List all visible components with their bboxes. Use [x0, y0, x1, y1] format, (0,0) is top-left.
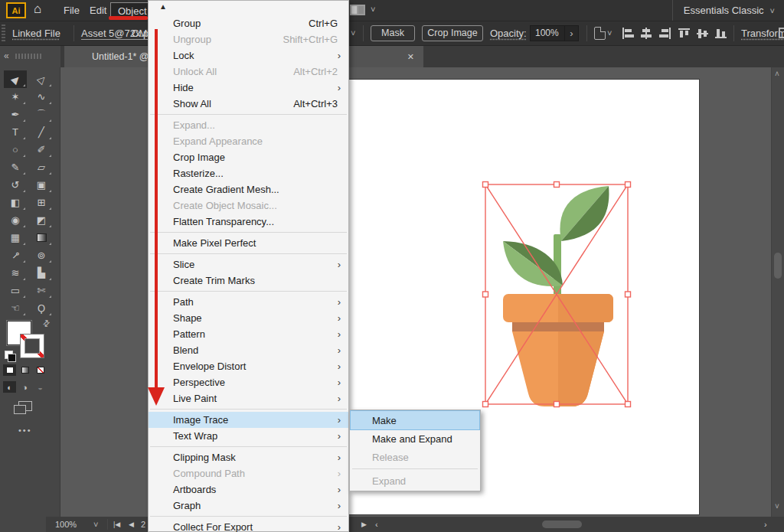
artboard-tool[interactable]: ▭	[4, 282, 27, 299]
scale-tool[interactable]: ▣	[30, 176, 53, 194]
vertical-scrollbar[interactable]: ˄ ˅	[771, 67, 784, 517]
menu-item-crop-image[interactable]: Crop Image	[149, 149, 348, 165]
zoom-level[interactable]: 100%	[55, 517, 77, 532]
horizontal-scrollbar-thumb[interactable]	[542, 521, 582, 528]
opacity-field[interactable]: 100%	[530, 25, 565, 41]
more-tools-icon[interactable]: •••	[18, 426, 32, 435]
selection-tool[interactable]: ▶	[4, 70, 27, 88]
arrange-chevron-icon[interactable]: ˅	[371, 5, 375, 14]
menu-item-graph[interactable]: Graph›	[149, 498, 348, 514]
menu-item-image-trace[interactable]: Image Trace›	[149, 412, 348, 428]
gradient-button[interactable]	[18, 364, 31, 376]
scroll-down-icon[interactable]: ˅	[775, 502, 779, 511]
zoom-tool[interactable]: Ϙ	[30, 299, 53, 317]
menu-item-artboards[interactable]: Artboards›	[149, 481, 348, 498]
color-button[interactable]	[3, 364, 16, 376]
home-icon[interactable]: ⌂	[34, 2, 41, 17]
draw-mode-0[interactable]: ◐	[3, 381, 16, 393]
menu-item-lock[interactable]: Lock›	[149, 47, 348, 64]
linked-file-label[interactable]: Linked File	[12, 21, 60, 45]
gradient-tool[interactable]	[30, 229, 53, 246]
eyedropper-tool[interactable]: ⊸	[4, 246, 27, 264]
menu-item-make[interactable]: Make	[351, 411, 479, 429]
type-tool[interactable]: T	[4, 123, 27, 141]
illustrator-logo[interactable]: Ai	[6, 2, 26, 18]
scroll-right-icon[interactable]: ›	[764, 517, 767, 532]
stroke-swatch[interactable]	[20, 334, 44, 358]
draw-mode-2[interactable]: ◒	[34, 381, 47, 393]
perspective-grid-tool[interactable]: ◩	[30, 211, 53, 229]
blend-tool[interactable]: ⊚	[30, 246, 53, 264]
paintbrush-tool[interactable]: ✐	[30, 141, 53, 158]
vertical-scrollbar-thumb[interactable]	[774, 253, 782, 279]
symbol-sprayer-tool[interactable]: ≋	[4, 264, 27, 282]
menu-item-create-gradient-mesh[interactable]: Create Gradient Mesh...	[149, 181, 348, 197]
menu-item-make-pixel-perfect[interactable]: Make Pixel Perfect	[149, 235, 348, 251]
mesh-tool[interactable]: ▦	[4, 229, 27, 246]
panel-grip[interactable]	[2, 24, 5, 43]
align-bottom-icon[interactable]	[715, 28, 728, 39]
zoom-chevron-icon[interactable]: ˅	[93, 517, 98, 532]
menu-item-live-paint[interactable]: Live Paint›	[149, 390, 348, 406]
arrange-documents-icon[interactable]	[350, 5, 365, 15]
scroll-up-icon[interactable]: ˄	[775, 70, 779, 78]
magic-wand-tool[interactable]: ✶	[4, 88, 27, 106]
opacity-arrow-icon[interactable]: ›	[565, 25, 579, 41]
menu-item-shape[interactable]: Shape›	[149, 310, 348, 326]
mask-button[interactable]: Mask	[371, 25, 415, 41]
menu-item-create-trim-marks[interactable]: Create Trim Marks	[149, 273, 348, 289]
replace-chevron-icon[interactable]: ˅	[351, 21, 355, 45]
rotate-tool[interactable]: ↺	[4, 176, 27, 194]
menu-item-path[interactable]: Path›	[149, 294, 348, 310]
line-segment-tool[interactable]: ╱	[30, 123, 53, 141]
align-right-icon[interactable]	[658, 28, 671, 39]
collapse-panel-icon[interactable]: «	[4, 51, 9, 61]
align-v-center-icon[interactable]	[697, 28, 710, 39]
next-artboard-icon[interactable]: ▶	[361, 517, 367, 532]
hand-tool[interactable]: ☜	[4, 299, 27, 317]
swap-fill-stroke-icon[interactable]: ⇄	[41, 318, 53, 330]
workspace-chevron-icon[interactable]: ˅	[770, 6, 775, 15]
menu-item-rasterize[interactable]: Rasterize...	[149, 165, 348, 181]
lasso-tool[interactable]: ∿	[30, 88, 53, 106]
align-to-artboard-icon[interactable]	[594, 27, 606, 40]
align-h-center-icon[interactable]	[640, 28, 653, 39]
align-left-icon[interactable]	[622, 28, 635, 39]
prev-artboard-icon[interactable]: ◀	[129, 517, 134, 532]
align-top-icon[interactable]	[678, 28, 691, 39]
shape-builder-tool[interactable]: ◧	[4, 194, 27, 211]
menu-item-envelope-distort[interactable]: Envelope Distort›	[149, 358, 348, 374]
column-graph-tool[interactable]: ▙	[30, 264, 53, 282]
eraser-tool[interactable]: ▱	[30, 158, 53, 176]
free-transform-tool[interactable]: ⊞	[30, 194, 53, 211]
menu-item-blend[interactable]: Blend›	[149, 342, 348, 358]
menu-item-show-all[interactable]: Show AllAlt+Ctrl+3	[149, 96, 348, 112]
menu-item-perspective[interactable]: Perspective›	[149, 374, 348, 390]
direct-selection-tool[interactable]: ▷	[30, 70, 53, 88]
menu-item-slice[interactable]: Slice›	[149, 256, 348, 273]
opacity-label[interactable]: Opacity:	[490, 21, 527, 45]
workspace-switcher[interactable]: Essentials Classic	[684, 5, 764, 16]
menu-item-group[interactable]: GroupCtrl+G	[149, 15, 348, 31]
screen-mode-icon[interactable]	[18, 401, 32, 411]
menu-item-pattern[interactable]: Pattern›	[149, 326, 348, 342]
panel-grip-dots[interactable]	[15, 54, 41, 59]
menu-item-make-and-expand[interactable]: Make and Expand	[351, 429, 479, 448]
none-button[interactable]	[34, 364, 47, 376]
live-paint-bucket-tool[interactable]: ◉	[4, 211, 27, 229]
pencil-tool[interactable]: ✎	[4, 158, 27, 176]
menu-scroll-up[interactable]: ▲	[149, 1, 348, 15]
tab-close-icon[interactable]: ✕	[407, 46, 414, 67]
menu-item-flatten-transparency[interactable]: Flatten Transparency...	[149, 214, 348, 230]
align-to-chevron-icon[interactable]: ˅	[607, 21, 612, 45]
ellipse-tool[interactable]: ○	[4, 141, 27, 158]
slice-tool[interactable]: ✄	[30, 282, 53, 299]
menu-item-hide[interactable]: Hide›	[149, 80, 348, 96]
menu-item-collect-for-export[interactable]: Collect For Export›	[149, 519, 348, 532]
artboard-number[interactable]: 2	[141, 517, 145, 532]
pen-tool[interactable]: ✒	[4, 106, 27, 123]
crop-image-button[interactable]: Crop Image	[422, 25, 483, 41]
first-artboard-icon[interactable]: |◀	[113, 517, 120, 532]
curvature-tool[interactable]: ⌒	[30, 106, 53, 123]
menu-item-text-wrap[interactable]: Text Wrap›	[149, 428, 348, 444]
